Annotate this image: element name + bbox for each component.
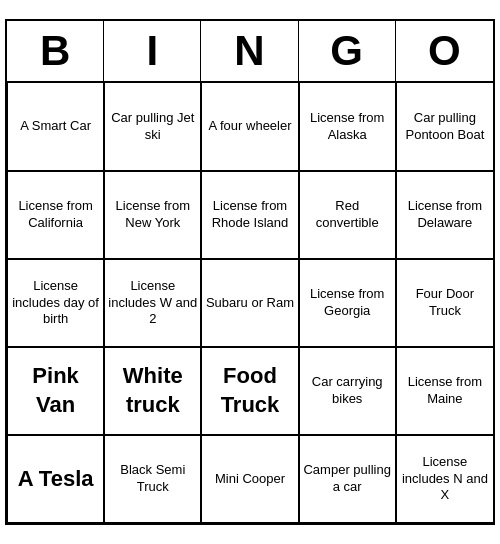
bingo-header-letter: N [201, 21, 298, 81]
bingo-cell[interactable]: Black Semi Truck [104, 435, 201, 523]
bingo-cell[interactable]: Food Truck [201, 347, 298, 435]
bingo-grid: A Smart CarCar pulling Jet skiA four whe… [7, 83, 493, 523]
bingo-header-letter: I [104, 21, 201, 81]
bingo-cell[interactable]: License from Rhode Island [201, 171, 298, 259]
bingo-cell[interactable]: License from Delaware [396, 171, 493, 259]
bingo-cell[interactable]: License from Georgia [299, 259, 396, 347]
bingo-cell[interactable]: A four wheeler [201, 83, 298, 171]
bingo-cell[interactable]: Car pulling Pontoon Boat [396, 83, 493, 171]
bingo-cell[interactable]: Red convertible [299, 171, 396, 259]
bingo-cell[interactable]: Mini Cooper [201, 435, 298, 523]
bingo-cell[interactable]: White truck [104, 347, 201, 435]
bingo-cell[interactable]: A Smart Car [7, 83, 104, 171]
bingo-cell[interactable]: License includes day of birth [7, 259, 104, 347]
bingo-cell[interactable]: License includes W and 2 [104, 259, 201, 347]
bingo-cell[interactable]: A Tesla [7, 435, 104, 523]
bingo-cell[interactable]: License from New York [104, 171, 201, 259]
bingo-card: BINGO A Smart CarCar pulling Jet skiA fo… [5, 19, 495, 525]
bingo-cell[interactable]: Pink Van [7, 347, 104, 435]
bingo-cell[interactable]: Car pulling Jet ski [104, 83, 201, 171]
bingo-cell[interactable]: Four Door Truck [396, 259, 493, 347]
bingo-header: BINGO [7, 21, 493, 83]
bingo-cell[interactable]: Subaru or Ram [201, 259, 298, 347]
bingo-cell[interactable]: License includes N and X [396, 435, 493, 523]
bingo-cell[interactable]: License from Maine [396, 347, 493, 435]
bingo-header-letter: O [396, 21, 493, 81]
bingo-header-letter: B [7, 21, 104, 81]
bingo-cell[interactable]: License from Alaska [299, 83, 396, 171]
bingo-header-letter: G [299, 21, 396, 81]
bingo-cell[interactable]: License from California [7, 171, 104, 259]
bingo-cell[interactable]: Camper pulling a car [299, 435, 396, 523]
bingo-cell[interactable]: Car carrying bikes [299, 347, 396, 435]
